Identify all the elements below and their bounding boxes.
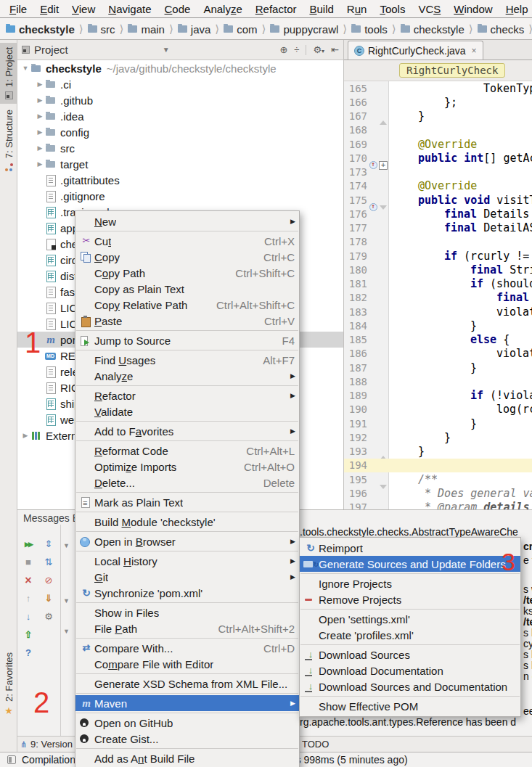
sidebar-tab-favorites[interactable]: 2: Favorites ★ bbox=[0, 648, 17, 720]
menu-item-compare-file-with-editor[interactable]: Compare File with Editor bbox=[75, 656, 299, 672]
breadcrumb-item-checkstyle[interactable]: checkstyle bbox=[6, 23, 75, 36]
maven-item-download-documentation[interactable]: Download Documentation bbox=[300, 663, 520, 678]
menubar-item-code[interactable]: Code bbox=[158, 3, 197, 15]
tab-version-control[interactable]: ⋔ 9: Version Control bbox=[20, 739, 77, 750]
menu-item-validate[interactable]: Validate bbox=[75, 403, 299, 419]
menubar-item-file[interactable]: File bbox=[3, 3, 33, 15]
menu-item-git[interactable]: Git▶ bbox=[75, 569, 299, 585]
tree-row-src[interactable]: ▶src bbox=[17, 140, 343, 156]
menubar-item-analyze[interactable]: Analyze bbox=[197, 3, 248, 15]
menu-item-compare-with[interactable]: Compare With...Ctrl+D bbox=[75, 640, 299, 656]
breadcrumb-item-src[interactable]: src bbox=[88, 23, 115, 36]
tree-expander-icon[interactable]: ▶ bbox=[35, 97, 45, 104]
menu-item-copy-relative-path[interactable]: Copy Relative PathCtrl+Alt+Shift+C bbox=[75, 297, 299, 313]
menu-item-find-usages[interactable]: Find UsagesAlt+F7 bbox=[75, 352, 299, 368]
maven-item-ignore-projects[interactable]: Ignore Projects bbox=[300, 575, 520, 591]
breadcrumb-item-checks[interactable]: checks bbox=[478, 23, 525, 36]
export-icon[interactable]: ⇧ bbox=[22, 628, 35, 641]
tree-expander-icon[interactable]: ▶ bbox=[35, 81, 45, 88]
tree-expander-icon[interactable]: ▶ bbox=[35, 144, 45, 152]
menu-item-cut[interactable]: CutCtrl+X bbox=[75, 233, 299, 249]
maven-item-open-settings-xml[interactable]: Open 'settings.xml' bbox=[300, 611, 520, 627]
apply-icon[interactable]: ⇓ bbox=[42, 592, 55, 605]
menu-item-paste[interactable]: PasteCtrl+V bbox=[75, 313, 299, 329]
menubar-item-navigate[interactable]: Navigate bbox=[102, 3, 157, 15]
tab-todo[interactable]: TODO bbox=[302, 739, 329, 750]
chevron-down-icon[interactable]: ▼ bbox=[63, 597, 70, 604]
chevron-down-icon[interactable]: ▼ bbox=[63, 542, 70, 549]
tree-expander-icon[interactable]: ▶ bbox=[20, 432, 30, 439]
maven-item-download-sources[interactable]: Download Sources bbox=[300, 647, 520, 663]
chevron-down-icon[interactable]: ▼ bbox=[63, 628, 70, 635]
editor-tab-rightcurlycheck[interactable]: C RightCurlyCheck.java × bbox=[348, 41, 483, 60]
tree-row--idea[interactable]: ▶.idea bbox=[17, 108, 343, 124]
maven-item-reimport[interactable]: Reimport bbox=[300, 540, 520, 556]
help-icon[interactable]: ? bbox=[22, 647, 35, 660]
menu-item-delete[interactable]: Delete...Delete bbox=[75, 475, 299, 491]
collapse-all-icon[interactable]: ÷ bbox=[294, 44, 299, 55]
menubar-item-view[interactable]: View bbox=[65, 3, 102, 15]
tree-row-checkstyle[interactable]: ▼checkstyle~/java/github/checkstyle/chec… bbox=[17, 60, 343, 76]
locate-icon[interactable]: ⊕ bbox=[279, 44, 287, 55]
menubar-item-build[interactable]: Build bbox=[303, 3, 340, 15]
menu-item-analyze[interactable]: Analyze▶ bbox=[75, 368, 299, 384]
menu-item-open-in-browser[interactable]: Open in Browser▶ bbox=[75, 533, 299, 549]
sidebar-tab-structure[interactable]: 7: Structure bbox=[0, 105, 17, 176]
tree-expander-icon[interactable]: ▼ bbox=[20, 65, 30, 72]
tree-expander-icon[interactable]: ▶ bbox=[35, 112, 45, 120]
menubar-item-window[interactable]: Window bbox=[447, 3, 499, 15]
menubar-item-vcs[interactable]: VCS bbox=[412, 3, 447, 15]
hide-panel-icon[interactable]: ⇤ bbox=[331, 44, 339, 55]
breadcrumb-item-main[interactable]: main bbox=[128, 23, 165, 36]
breadcrumb-item-tools[interactable]: tools bbox=[351, 23, 388, 36]
menu-item-add-to-favorites[interactable]: Add to Favorites▶ bbox=[75, 423, 299, 439]
expand-icon[interactable]: ⇕ bbox=[42, 538, 55, 551]
menu-item-local-history[interactable]: Local History▶ bbox=[75, 553, 299, 569]
menubar-item-run[interactable]: Run bbox=[340, 3, 374, 15]
maven-item-remove-projects[interactable]: Remove Projects bbox=[300, 591, 520, 607]
maven-item-download-sources-and-documentation[interactable]: Download Sources and Documentation bbox=[300, 678, 520, 694]
code-editor[interactable]: 165TokenTypes.LITERAL_IF,166};167}168169… bbox=[344, 81, 532, 509]
close-red-icon[interactable]: × bbox=[22, 574, 35, 587]
menu-item-copy[interactable]: CopyCtrl+C bbox=[75, 249, 299, 265]
menu-item-refactor[interactable]: Refactor▶ bbox=[75, 387, 299, 403]
menu-item-show-in-files[interactable]: Show in Files bbox=[75, 604, 299, 620]
suspend-icon[interactable]: ⊘ bbox=[42, 574, 55, 587]
menu-item-copy-path[interactable]: Copy PathCtrl+Shift+C bbox=[75, 265, 299, 281]
menu-item-synchronize-pom-xml[interactable]: Synchronize 'pom.xml' bbox=[75, 585, 299, 601]
menu-item-new[interactable]: New▶ bbox=[75, 213, 299, 229]
chevron-down-icon[interactable]: ▼ bbox=[163, 46, 170, 54]
menu-item-reformat-code[interactable]: Reformat CodeCtrl+Alt+L bbox=[75, 443, 299, 459]
close-icon[interactable]: × bbox=[472, 46, 477, 56]
breadcrumb-item-checkstyle[interactable]: checkstyle bbox=[401, 23, 465, 36]
menubar-item-tools[interactable]: Tools bbox=[373, 3, 412, 15]
tree-expander-icon[interactable]: ▶ bbox=[35, 160, 45, 168]
maven-item-create-profiles-xml[interactable]: Create 'profiles.xml' bbox=[300, 627, 520, 643]
breadcrumb-item-puppycrawl[interactable]: puppycrawl bbox=[270, 23, 338, 36]
menu-item-file-path[interactable]: File PathCtrl+Alt+Shift+2 bbox=[75, 620, 299, 636]
menu-item-open-on-github[interactable]: Open on GitHub bbox=[75, 715, 299, 731]
tree-row--gitignore[interactable]: .gitignore bbox=[17, 188, 343, 204]
tree-row-config[interactable]: ▶config bbox=[17, 124, 343, 140]
tree-row--ci[interactable]: ▶.ci bbox=[17, 76, 343, 92]
menu-item-generate-xsd-schema-from-xml-file[interactable]: Generate XSD Schema from XML File... bbox=[75, 676, 299, 692]
stop-icon[interactable]: ■ bbox=[22, 556, 35, 569]
menu-item-optimize-imports[interactable]: Optimize ImportsCtrl+Alt+O bbox=[75, 459, 299, 475]
menu-item-create-gist[interactable]: Create Gist... bbox=[75, 731, 299, 747]
menu-item-jump-to-source[interactable]: Jump to SourceF4 bbox=[75, 332, 299, 348]
tree-row--github[interactable]: ▶.github bbox=[17, 92, 343, 108]
menu-item-maven[interactable]: Maven▶ bbox=[75, 695, 299, 711]
tree-row--gitattributes[interactable]: .gitattributes bbox=[17, 172, 343, 188]
menu-item-build-module-checkstyle[interactable]: Build Module 'checkstyle' bbox=[75, 514, 299, 530]
menubar-item-edit[interactable]: Edit bbox=[33, 3, 65, 15]
editor-breadcrumb-class[interactable]: RightCurlyCheck bbox=[399, 63, 505, 78]
maven-item-generate-sources-and-update-folders[interactable]: Generate Sources and Update Folders bbox=[300, 556, 520, 572]
sidebar-tab-project[interactable]: 1: Project bbox=[0, 43, 17, 104]
down-icon[interactable]: ↓ bbox=[22, 610, 35, 623]
gear-icon[interactable]: ⚙▾ bbox=[313, 44, 324, 55]
menubar-item-help[interactable]: Help bbox=[499, 3, 532, 15]
breadcrumb-item-java[interactable]: java bbox=[178, 23, 211, 36]
menu-item-add-as-ant-build-file[interactable]: Add as Ant Build File bbox=[75, 750, 299, 766]
tree-expander-icon[interactable]: ▶ bbox=[35, 128, 45, 136]
up-icon[interactable]: ↑ bbox=[22, 592, 35, 605]
